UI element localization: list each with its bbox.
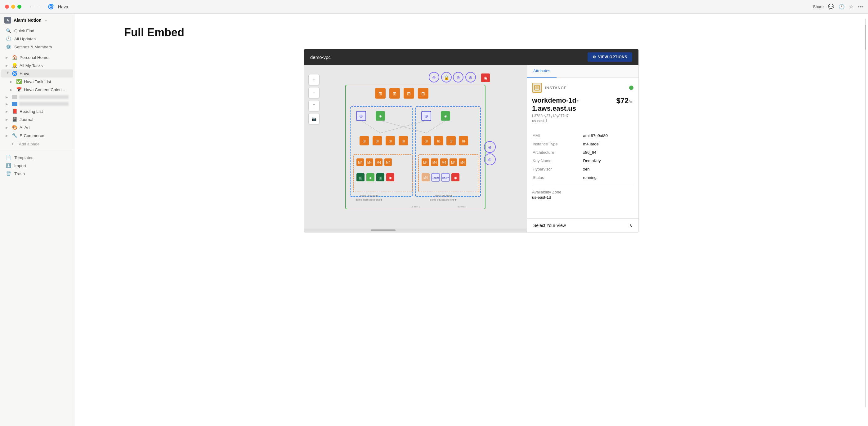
star-icon[interactable]: ☆ <box>849 4 854 10</box>
hava-task-list-label: Hava Task List <box>24 79 68 84</box>
sidebar-item-settings[interactable]: ⚙️ Settings & Members <box>1 43 73 51</box>
horizontal-scrollbar[interactable] <box>304 229 527 232</box>
more-icon[interactable]: ••• <box>858 4 863 10</box>
instance-icon <box>532 83 542 93</box>
hava-content-cal-emoji: 📅 <box>16 87 22 92</box>
sidebar-item-ai-art[interactable]: ▶ 🎨 AI Art <box>1 123 73 131</box>
embed-body: ＋ － ⊡ 📷 ⊞ <box>304 65 639 232</box>
hava-content-cal-label: Hava Content Calen... <box>24 88 68 92</box>
svg-text:⊕: ⊕ <box>424 113 428 119</box>
ecommerce-label: E-Commerce <box>20 133 68 138</box>
all-updates-label: All Updates <box>14 37 36 41</box>
screenshot-button[interactable]: 📷 <box>308 113 319 124</box>
view-options-button[interactable]: ⚙ VIEW OPTIONS <box>588 53 632 62</box>
ecommerce-emoji: 🔧 <box>12 133 18 138</box>
gear-icon: ⚙️ <box>6 44 11 49</box>
sidebar-item-templates[interactable]: 📄 Templates <box>1 154 73 162</box>
embed-wrapper: demo-vpc ⚙ VIEW OPTIONS ＋ － ⊡ <box>304 49 639 233</box>
svg-text:⊞: ⊞ <box>363 139 366 143</box>
expand-arrow-icon: ▶ <box>6 71 10 76</box>
availability-zone-value: us-east-1d <box>532 195 633 200</box>
svg-text:⊞: ⊞ <box>421 91 425 96</box>
sidebar: A Alan's Notion ⌄ 🔍 Quick Find 🕐 All Upd… <box>0 14 74 426</box>
architecture-value: x86_64 <box>583 149 633 156</box>
zoom-in-button[interactable]: ＋ <box>308 74 319 85</box>
attr-row-hypervisor: Hypervisor xen <box>533 165 633 173</box>
close-button[interactable] <box>5 5 9 9</box>
all-my-tasks-emoji: 👷 <box>12 63 18 68</box>
svg-text:◉: ◉ <box>389 176 392 179</box>
svg-text:M4: M4 <box>367 161 372 164</box>
fullscreen-button[interactable] <box>18 5 22 9</box>
sidebar-item-hava-content-cal[interactable]: ▶ 📅 Hava Content Calen... <box>1 86 73 94</box>
sidebar-item-import[interactable]: ⬇️ Import <box>1 162 73 170</box>
workspace-name: Alan's Notion <box>14 18 41 23</box>
sidebar-item-journal[interactable]: ▶ 📓 Journal <box>1 115 73 123</box>
sidebar-item-blurred-1[interactable]: ▶ <box>1 94 73 100</box>
sidebar-item-hava-task-list[interactable]: ▶ ✅ Hava Task List <box>1 77 73 86</box>
key-name-value: DemoKey <box>583 157 633 165</box>
sidebar-item-personal-home[interactable]: ▶ 🏠 Personal Home <box>1 53 73 61</box>
expand-arrow-icon: ▶ <box>6 56 10 59</box>
add-page-label: Add a page <box>19 142 40 146</box>
availability-zone-label: Availability Zone <box>532 190 633 194</box>
status-value: running <box>583 174 633 182</box>
ami-label: AMI <box>533 132 583 139</box>
expand-arrow-icon: ▶ <box>10 88 14 92</box>
settings-label: Settings & Members <box>14 45 52 49</box>
status-indicator <box>629 86 633 90</box>
svg-text:⊞: ⊞ <box>450 139 453 143</box>
svg-text:⊞: ⊞ <box>425 139 428 143</box>
attr-row-ami: AMI ami-97e9af80 <box>533 132 633 139</box>
price-value: $72 <box>616 96 628 105</box>
share-button[interactable]: Share <box>813 4 824 9</box>
sidebar-item-ecommerce[interactable]: ▶ 🔧 E-Commerce <box>1 131 73 139</box>
svg-text:M4: M4 <box>386 161 390 164</box>
expand-arrow-icon: ▶ <box>10 80 14 84</box>
page-content: Full Embed demo-vpc ⚙ VIEW OPTIONS <box>74 14 868 426</box>
embed-canvas[interactable]: ＋ － ⊡ 📷 ⊞ <box>304 65 527 232</box>
svg-text:◈: ◈ <box>369 176 372 179</box>
sidebar-item-reading-list[interactable]: ▶ 📕 Reading List <box>1 107 73 115</box>
instance-type-label: Instance Type <box>533 140 583 148</box>
forward-arrow[interactable]: → <box>36 3 44 10</box>
hava-emoji: 🌀 <box>12 71 18 76</box>
ami-value: ami-97e9af80 <box>583 132 633 139</box>
personal-home-emoji: 🏠 <box>12 55 18 60</box>
minimize-button[interactable] <box>11 5 15 9</box>
add-page-button[interactable]: ＋ Add a page <box>1 139 73 148</box>
svg-text:CaTY: CaTY <box>442 176 449 179</box>
sidebar-item-quick-find[interactable]: 🔍 Quick Find <box>1 27 73 35</box>
zoom-out-button[interactable]: － <box>308 87 319 98</box>
status-label: Status <box>533 174 583 182</box>
sidebar-item-all-my-tasks[interactable]: ▶ 👷 All My Tasks <box>1 61 73 69</box>
view-options-label: VIEW OPTIONS <box>598 55 627 59</box>
svg-text:◈: ◈ <box>444 113 447 119</box>
expand-arrow-icon: ▶ <box>6 64 10 67</box>
svg-text:Cache: Cache <box>432 176 440 179</box>
comment-icon[interactable]: 💬 <box>828 4 834 10</box>
hava-label: Hava <box>20 71 68 76</box>
sidebar-item-trash[interactable]: 🗑️ Trash <box>1 170 73 178</box>
page-icon: 🌀 <box>48 3 54 10</box>
tab-attributes[interactable]: Attributes <box>527 65 557 77</box>
svg-text:demo-elasticache-snp ■: demo-elasticache-snp ■ <box>355 198 382 201</box>
sidebar-item-blurred-2[interactable]: ▶ <box>1 100 73 107</box>
sidebar-bottom: 📄 Templates ⬇️ Import 🗑️ Trash <box>0 151 74 178</box>
back-arrow[interactable]: ← <box>28 3 35 10</box>
gear-icon: ⚙ <box>592 55 596 59</box>
fit-button[interactable]: ⊡ <box>308 100 319 111</box>
sidebar-item-all-updates[interactable]: 🕐 All Updates <box>1 35 73 43</box>
instance-hostname: workdemo-1d-1.aws.east.us <box>532 96 616 112</box>
history-icon[interactable]: 🕐 <box>839 4 845 10</box>
hava-task-list-emoji: ✅ <box>16 79 22 84</box>
blurred-label-2 <box>19 102 68 106</box>
workspace-header[interactable]: A Alan's Notion ⌄ <box>0 14 74 27</box>
instance-id: i-3782ey37y18y877d7 <box>532 114 616 118</box>
price-suffix: /m <box>628 99 633 104</box>
select-view-button[interactable]: Select Your View ∧ <box>527 218 639 232</box>
workspace-chevron-icon: ⌄ <box>45 18 48 22</box>
sidebar-item-hava[interactable]: ▶ 🌀 Hava <box>1 69 73 77</box>
attr-divider <box>532 186 633 186</box>
workspace-avatar: A <box>4 17 11 24</box>
